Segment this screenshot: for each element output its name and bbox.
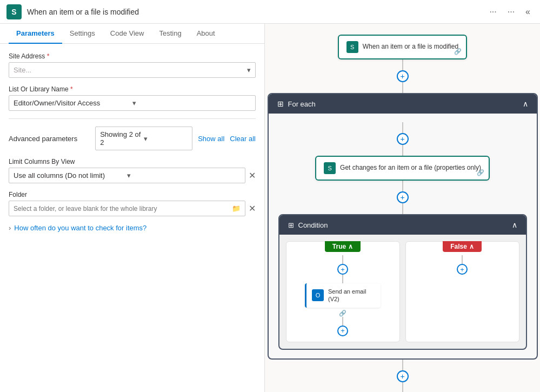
advanced-arrow: ▾	[144, 135, 188, 143]
tab-settings[interactable]: Settings	[62, 24, 103, 44]
get-changes-link-icon: 🔗	[477, 169, 484, 176]
true-collapse[interactable]: ∧	[348, 243, 353, 250]
tab-parameters[interactable]: Parameters	[9, 24, 62, 44]
list-library-arrow: ▾	[132, 99, 251, 107]
divider-1	[9, 118, 256, 119]
connector-plus-b1[interactable]: +	[397, 370, 409, 382]
false-line-1	[462, 255, 463, 264]
check-frequency-label: How often do you want to check for items…	[14, 224, 146, 232]
get-changes-title: Get changes for an item or a file (prope…	[340, 164, 481, 172]
condition-collapse-button[interactable]: ∧	[512, 221, 517, 229]
true-line-3	[342, 317, 343, 325]
email-node[interactable]: O Send an email (V2)	[305, 283, 381, 308]
connector-plus-i1[interactable]: +	[397, 133, 409, 145]
connector-line-1	[402, 59, 403, 70]
flow-canvas: S When an item or a file is modified 🔗 +…	[268, 35, 538, 392]
false-branch: False ∧ +	[405, 241, 519, 342]
header-actions: ··· ··· «	[486, 6, 534, 18]
trigger-node[interactable]: S When an item or a file is modified 🔗	[338, 35, 467, 59]
foreach-header: ⊞ For each ∧	[269, 94, 537, 114]
folder-label: Folder	[9, 191, 256, 198]
clear-all-button[interactable]: Clear all	[230, 127, 256, 150]
form-content: Site Address * ▾ List Or Library Name * …	[0, 44, 264, 241]
false-collapse[interactable]: ∧	[469, 243, 474, 250]
connector-plus-i2[interactable]: +	[397, 191, 409, 203]
foreach-icon: ⊞	[277, 99, 284, 108]
advanced-actions: Showing 2 of 2 ▾ Show all Clear all	[95, 127, 256, 150]
true-branch-header: True ∧	[286, 241, 399, 252]
condition-header: ⊞ Condition ∧	[279, 215, 526, 235]
list-library-field: List Or Library Name * Editor/Owner/Visi…	[9, 85, 256, 111]
site-address-input[interactable]: ▾	[9, 62, 256, 78]
collapse-button[interactable]: «	[522, 6, 534, 18]
true-line-2	[342, 275, 343, 283]
foreach-label: For each	[288, 100, 316, 108]
advanced-parameters-row: Advanced parameters Showing 2 of 2 ▾ Sho…	[9, 127, 256, 150]
advanced-dropdown[interactable]: Showing 2 of 2 ▾	[95, 127, 192, 150]
true-plus-1[interactable]: +	[337, 264, 348, 275]
left-panel: Parameters Settings Code View Testing Ab…	[0, 24, 265, 392]
folder-row: 📁 ✕	[9, 201, 256, 216]
advanced-label: Advanced parameters	[9, 135, 77, 143]
condition-icon: ⊞	[288, 221, 294, 229]
tab-bar: Parameters Settings Code View Testing Ab…	[0, 24, 264, 44]
folder-field: Folder 📁 ✕	[9, 191, 256, 216]
connector-line-1b	[402, 82, 403, 93]
foreach-header-left: ⊞ For each	[277, 99, 316, 108]
connector-line-b1	[402, 360, 403, 370]
ellipsis-button[interactable]: ···	[504, 6, 518, 18]
true-label: True	[332, 243, 346, 250]
app-header: S When an item or a file is modified ···…	[0, 0, 540, 24]
tab-testing[interactable]: Testing	[151, 24, 189, 44]
foreach-collapse-button[interactable]: ∧	[523, 99, 528, 108]
site-address-field: Site Address * ▾	[9, 52, 256, 78]
connector-line-i1	[402, 122, 403, 133]
get-changes-header: S Get changes for an item or a file (pro…	[324, 162, 481, 174]
more-button[interactable]: ···	[486, 6, 499, 18]
connector-line-b1b	[402, 382, 403, 392]
email-title: Send an email (V2)	[328, 288, 375, 303]
false-plus-1[interactable]: +	[457, 264, 468, 275]
true-line-1	[342, 255, 343, 264]
get-changes-node[interactable]: S Get changes for an item or a file (pro…	[315, 156, 490, 181]
folder-clear[interactable]: ✕	[249, 203, 256, 214]
check-frequency-chevron: ›	[9, 224, 11, 232]
condition-container: ⊞ Condition ∧ True ∧	[278, 214, 527, 350]
tab-about[interactable]: About	[189, 24, 223, 44]
check-frequency-row[interactable]: › How often do you want to check for ite…	[9, 224, 256, 232]
connector-line-i1b	[402, 145, 403, 156]
right-panel: S When an item or a file is modified 🔗 +…	[265, 24, 540, 392]
connector-inner-2: +	[397, 181, 409, 214]
show-all-button[interactable]: Show all	[198, 127, 224, 150]
tab-code-view[interactable]: Code View	[103, 24, 152, 44]
folder-text-input[interactable]	[14, 205, 230, 212]
site-address-dropdown-arrow[interactable]: ▾	[243, 63, 255, 77]
list-library-label: List Or Library Name *	[9, 85, 256, 93]
connector-line-i2b	[402, 203, 403, 214]
email-link-icon: 🔗	[339, 310, 346, 317]
false-branch-content: +	[457, 252, 468, 275]
main-layout: Parameters Settings Code View Testing Ab…	[0, 24, 540, 392]
advanced-sub: Showing 2 of 2	[100, 130, 144, 147]
limit-columns-row: Use all columns (Do not limit) ▾ ✕	[9, 168, 256, 183]
true-plus-2[interactable]: +	[337, 325, 348, 336]
limit-columns-dropdown[interactable]: Use all columns (Do not limit) ▾	[9, 168, 245, 183]
true-branch: True ∧ + O	[286, 241, 400, 342]
connector-plus-1[interactable]: +	[397, 70, 409, 82]
foreach-body: + S Get changes for an item or a file (p…	[269, 114, 537, 358]
trigger-link-icon: 🔗	[454, 48, 462, 55]
list-library-dropdown[interactable]: Editor/Owner/Visitor Access ▾	[9, 95, 256, 111]
condition-label: Condition	[298, 221, 328, 229]
folder-input[interactable]: 📁	[9, 201, 245, 216]
true-branch-content: + O Send an email (V2) 🔗 +	[305, 252, 381, 336]
connector-1: +	[397, 59, 409, 93]
limit-columns-clear[interactable]: ✕	[249, 170, 256, 181]
false-branch-header: False ∧	[406, 241, 519, 252]
connector-line-i2	[402, 181, 403, 191]
limit-columns-label: Limit Columns By View	[9, 158, 256, 165]
list-library-value: Editor/Owner/Visitor Access	[14, 99, 132, 107]
connector-inner-1: +	[397, 122, 409, 156]
limit-columns-arrow: ▾	[127, 171, 241, 180]
folder-picker-icon[interactable]: 📁	[232, 204, 241, 212]
site-address-text-input[interactable]	[9, 63, 243, 77]
